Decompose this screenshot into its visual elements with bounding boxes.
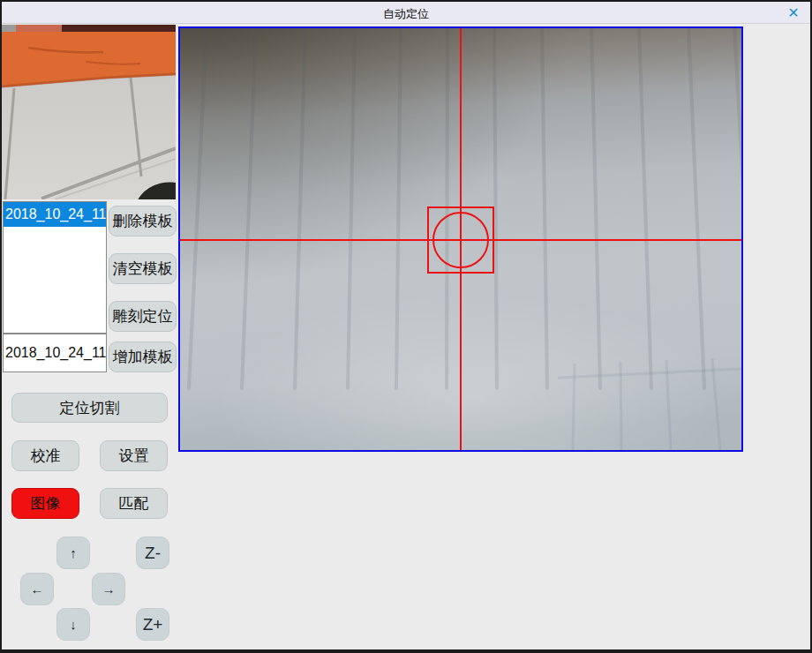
clear-templates-button[interactable]: 清空模板 [109, 253, 177, 284]
z-plus-button[interactable]: Z+ [136, 608, 169, 641]
template-list-item[interactable]: 2018_10_24_11 [4, 202, 106, 227]
position-cut-button[interactable]: 定位切割 [11, 393, 168, 423]
template-list[interactable]: 2018_10_24_11 [3, 201, 107, 334]
template-thumbnail-image [2, 25, 176, 199]
delete-template-button[interactable]: 删除模板 [109, 206, 177, 236]
jog-down-button[interactable]: ↓ [56, 608, 90, 641]
image-button[interactable]: 图像 [11, 488, 79, 519]
match-button[interactable]: 匹配 [100, 488, 168, 519]
jog-left-button[interactable]: ← [20, 573, 54, 605]
calibrate-button[interactable]: 校准 [11, 440, 79, 471]
window-title: 自动定位 [2, 6, 810, 22]
arrow-up-icon: ↑ [70, 545, 77, 560]
title-bar: 自动定位 ✕ [2, 2, 810, 24]
arrow-left-icon: ← [31, 582, 44, 597]
jog-right-button[interactable]: → [92, 573, 125, 605]
engrave-position-button[interactable]: 雕刻定位 [109, 301, 177, 332]
camera-feed [180, 28, 741, 450]
arrow-right-icon: → [102, 582, 116, 597]
close-icon[interactable]: ✕ [784, 4, 803, 22]
settings-button[interactable]: 设置 [100, 440, 168, 471]
arrow-down-icon: ↓ [70, 617, 77, 632]
auto-position-dialog: 自动定位 ✕ [0, 0, 812, 653]
template-name-input[interactable] [3, 334, 107, 372]
camera-view[interactable] [178, 26, 743, 452]
jog-up-button[interactable]: ↑ [56, 537, 90, 569]
template-thumbnail [2, 25, 176, 199]
z-minus-button[interactable]: Z- [136, 537, 169, 569]
add-template-button[interactable]: 增加模板 [109, 342, 177, 372]
